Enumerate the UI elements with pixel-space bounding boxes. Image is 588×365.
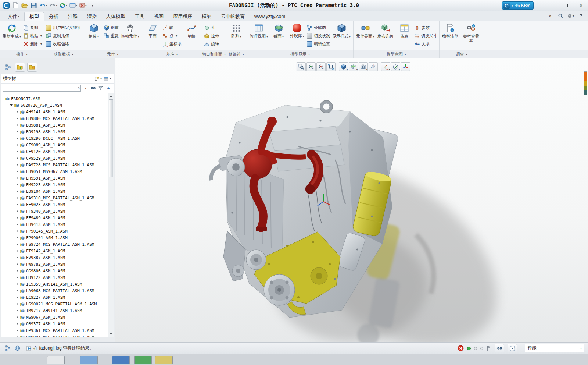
tree-item[interactable]: OB9377_ASM_1.ASM [1, 320, 114, 327]
network-rate-badge[interactable]: ↑ 46 KB/s [502, 1, 534, 10]
tree-item[interactable]: CF9120_ASM_1.ASM [1, 148, 114, 155]
regenerate-button[interactable]: 重新生成▾ [2, 22, 22, 50]
close-button[interactable]: × [576, 2, 586, 9]
tree-item[interactable]: BB9880_MCS_PARTIAL_ASM_1.ASM [1, 115, 114, 122]
tree-filters-button[interactable]: ▾ [93, 76, 103, 82]
window-switch-button[interactable]: ▾ [69, 1, 78, 10]
expand-icon[interactable] [17, 190, 18, 192]
ribbon-tab[interactable]: 云中帆教育 [216, 12, 250, 21]
ribbon-tab[interactable]: 注释 [63, 12, 82, 21]
restore-button[interactable] [564, 2, 574, 9]
appearance-gallery-button[interactable]: 外观库▾ [288, 22, 305, 50]
group-label-model-display[interactable]: 模型显示▾ [247, 50, 353, 58]
view-normal-button[interactable] [369, 62, 378, 71]
delete-button[interactable]: 删除▾ [23, 40, 42, 47]
zoom-region-button[interactable] [297, 62, 306, 71]
expand-icon[interactable] [17, 210, 18, 212]
udf-button[interactable]: 用户自定义特征 [46, 24, 81, 31]
tree-item[interactable]: PA9001_MCS_PARTIAL_ASM_1.ASM [1, 334, 114, 337]
options-sphere-icon[interactable]: ▾ [567, 13, 574, 19]
tree-item[interactable]: FP90145_ASM_1.ASM [1, 228, 114, 234]
ribbon-tab[interactable]: 应用程序 [168, 12, 197, 21]
group-label-get-data[interactable]: 获取数据▾ [44, 50, 83, 58]
expand-icon[interactable] [17, 309, 18, 312]
regenerate-quick-button[interactable]: ▾ [59, 1, 68, 10]
tree-item[interactable]: EB9051_MS9067_ASM_1.ASM [1, 168, 114, 175]
model-tree-toggle-button[interactable] [4, 344, 12, 352]
paste-button[interactable]: 粘贴▾ [23, 32, 42, 39]
browser-toggle-button[interactable] [13, 344, 21, 352]
expand-icon[interactable] [17, 256, 18, 259]
group-label-cut-surface[interactable]: 切口和曲面▾ [202, 50, 226, 58]
expand-icon[interactable] [17, 303, 18, 305]
tree-root-item[interactable]: FADONGJI.ASM [1, 95, 114, 102]
tree-item[interactable]: FT9142_ASM_1.ASM [1, 248, 114, 254]
tree-item[interactable]: EO9104_ASM_1.ASM [1, 188, 114, 195]
tree-item[interactable]: EM9223_ASM_1.ASM [1, 181, 114, 188]
expand-icon[interactable] [17, 237, 18, 239]
tree-item[interactable]: DA9728_MCS_PARTIAL_ASM_1.ASM [1, 162, 114, 168]
copy-geometry-button[interactable]: 复制几何 [46, 32, 81, 39]
tree-settings-button[interactable]: ▾ [103, 76, 112, 82]
tree-item[interactable]: AH9141_ASM_1.ASM [1, 109, 114, 115]
save-button[interactable] [30, 1, 38, 10]
select-window-button[interactable] [508, 344, 517, 352]
ribbon-tab[interactable]: 人体模型 [101, 12, 130, 21]
navigator-tree-button[interactable] [3, 63, 13, 72]
tree-item[interactable]: FP99001_ASM_1.ASM [1, 234, 114, 241]
zoom-out-button[interactable] [316, 62, 326, 71]
repeat-button[interactable]: 重复 [104, 32, 119, 39]
expand-icon[interactable] [17, 157, 18, 159]
expand-icon[interactable] [17, 170, 18, 173]
section-view-button[interactable]: ▾ [349, 62, 358, 71]
redo-button[interactable]: ▾ [49, 1, 58, 10]
expand-icon[interactable] [17, 270, 18, 272]
ribbon-tab[interactable]: 模型 [24, 12, 44, 21]
create-button[interactable]: 创建 [104, 24, 119, 31]
tree-item[interactable]: FF9340_ASM_1.ASM [1, 208, 114, 215]
manage-views-button[interactable]: 管理视图▾ [249, 22, 269, 50]
tree-item[interactable]: OP9361_MCS_PARTIAL_ASM_1.ASM [1, 327, 114, 334]
point-button[interactable]: 点▾ [162, 32, 182, 39]
publish-geometry-button[interactable]: 发布几何 [377, 22, 394, 50]
expand-icon[interactable] [17, 243, 18, 245]
tree-scrollbar[interactable] [108, 93, 114, 337]
tree-item[interactable]: FW9782_ASM_1.ASM [1, 261, 114, 267]
tree-item[interactable]: MS9067_ASM_1.ASM [1, 314, 114, 320]
pattern-button[interactable]: 阵列▾ [228, 22, 245, 50]
new-file-button[interactable] [11, 1, 19, 10]
expand-icon[interactable] [17, 124, 18, 126]
shrinkwrap-button[interactable]: 收缩包络 [46, 40, 81, 47]
expand-icon[interactable] [17, 150, 18, 153]
component-interface-button[interactable]: 元件界面▾ [355, 22, 375, 50]
expand-icon[interactable] [17, 336, 18, 337]
parameters-button[interactable]: () 参数 [414, 24, 437, 31]
qat-customize-button[interactable]: ▾ [89, 1, 97, 10]
3d-viewport[interactable]: ▾ ▾ ▾ ▾ ▾ [115, 58, 588, 342]
tree-item[interactable]: CF9089_ASM_1.ASM [1, 142, 114, 148]
expand-icon[interactable] [17, 263, 18, 265]
expand-icon[interactable] [17, 296, 18, 298]
expand-icon[interactable] [17, 111, 18, 113]
edit-position-button[interactable]: 编辑位置 [307, 40, 330, 47]
scroll-down-button[interactable] [108, 331, 114, 337]
hole-button[interactable]: 孔 [204, 24, 219, 31]
expand-icon[interactable] [17, 316, 18, 318]
relations-button[interactable]: d= 关系 [414, 40, 437, 47]
undo-button[interactable]: ▾ [39, 1, 48, 10]
expand-icon[interactable] [17, 184, 18, 186]
favorites-button[interactable] [27, 63, 37, 72]
explode-view-button[interactable]: 分解图 [307, 24, 330, 31]
expand-icon[interactable] [17, 177, 18, 179]
collapse-icon[interactable] [10, 104, 13, 106]
expand-icon[interactable] [17, 250, 18, 252]
expand-icon[interactable] [17, 329, 18, 332]
expand-icon[interactable] [17, 144, 18, 146]
expand-icon[interactable] [17, 323, 18, 325]
ribbon-tab[interactable]: 视图 [149, 12, 168, 21]
revolve-button[interactable]: 旋转 [204, 40, 219, 47]
filter-funnel-button[interactable] [97, 85, 104, 92]
drag-components-button[interactable]: 拖动元件▾ [120, 22, 140, 50]
ribbon-tab[interactable]: 工具 [130, 12, 149, 21]
tree-item[interactable]: EH9591_ASM_1.ASM [1, 175, 114, 181]
